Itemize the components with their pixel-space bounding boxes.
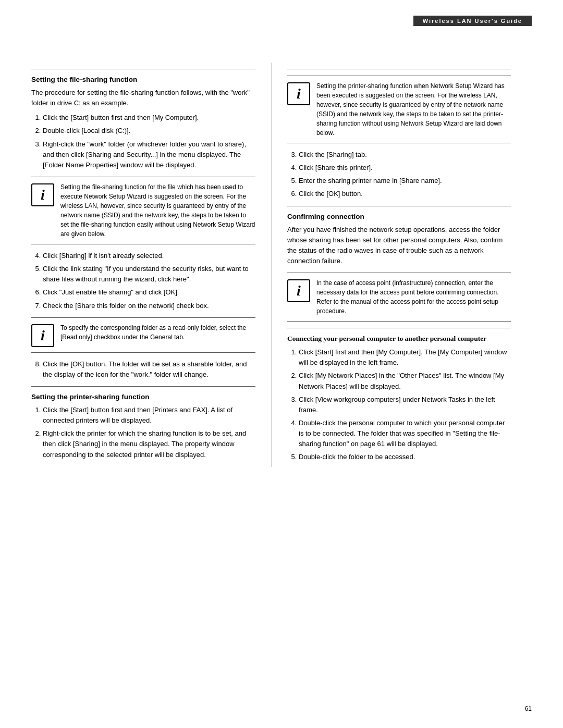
list-item: Click the [Sharing] tab. [299, 150, 511, 160]
list-item: Right-click the printer for which the sh… [43, 428, 255, 460]
list-item: Double-click the personal computer to wh… [299, 418, 511, 449]
connecting-steps: Click [Start] first and then [My Compute… [287, 347, 511, 462]
list-item: Click [Start] first and then [My Compute… [299, 347, 511, 368]
list-item: Click the [OK] button. The folder will b… [43, 359, 255, 380]
right-column: i Setting the printer-sharing function w… [271, 63, 511, 467]
list-item: Click [View workgroup computers] under N… [299, 394, 511, 415]
info-icon-4: i [287, 279, 310, 302]
list-item: Click [Sharing] if it isn't already sele… [43, 251, 255, 261]
list-item: Click the [Start] button first and then … [43, 113, 255, 123]
list-item: Right-click the "work" folder (or whiche… [43, 139, 255, 170]
list-item: Click [My Network Places] in the "Other … [299, 371, 511, 391]
note-text-4: In the case of access point (infrastruct… [316, 278, 511, 316]
note-box-4: i In the case of access point (infrastru… [287, 273, 511, 322]
printer-steps-continued: Click the [Sharing] tab. Click [Share th… [287, 150, 511, 200]
printer-sharing-steps: Click the [Start] button first and then … [31, 405, 255, 460]
list-item: Check the [Share this folder on the netw… [43, 301, 255, 311]
list-item: Click [Share this printer]. [299, 163, 511, 173]
list-item: Click the link stating "If you understan… [43, 264, 255, 285]
list-item: Double-click [Local disk (C:)]. [43, 126, 255, 136]
note-text-3: Setting the printer-sharing function whe… [316, 81, 511, 138]
note-text-2: To specify the corresponding folder as a… [60, 323, 255, 342]
note-text-1: Setting the file-sharing function for th… [60, 182, 255, 239]
list-item: Enter the sharing printer name in [Share… [299, 176, 511, 186]
list-item: Click "Just enable file sharing" and cli… [43, 287, 255, 298]
section-heading-printer-sharing: Setting the printer-sharing function [31, 393, 255, 401]
file-sharing-intro: The procedure for setting the file-shari… [31, 88, 255, 108]
note-box-3: i Setting the printer-sharing function w… [287, 76, 511, 143]
file-sharing-steps-2: Click [Sharing] if it isn't already sele… [31, 251, 255, 311]
list-item: Click the [Start] button first and then … [43, 405, 255, 426]
page: Wireless LAN User's Guide Setting the fi… [0, 0, 563, 728]
info-icon: i [31, 183, 54, 206]
info-icon-3: i [287, 82, 310, 105]
file-sharing-steps-1: Click the [Start] button first and then … [31, 113, 255, 170]
page-header: Wireless LAN User's Guide [413, 16, 532, 26]
confirming-text: After you have finished the network setu… [287, 225, 511, 267]
section-heading-confirming: Confirming connection [287, 213, 511, 220]
section-heading-connecting: Connecting your personal computer to ano… [287, 335, 511, 343]
note-box-1: i Setting the file-sharing function for … [31, 177, 255, 244]
note-box-2: i To specify the corresponding folder as… [31, 317, 255, 353]
info-icon-2: i [31, 324, 54, 347]
header-title: Wireless LAN User's Guide [423, 18, 522, 24]
list-item: Double-click the folder to be accessed. [299, 452, 511, 462]
section-heading-file-sharing: Setting the file-sharing function [31, 76, 255, 83]
left-column: Setting the file-sharing function The pr… [31, 63, 271, 467]
list-item: Click the [OK] button. [299, 189, 511, 199]
file-sharing-steps-3: Click the [OK] button. The folder will b… [31, 359, 255, 380]
page-number: 61 [525, 705, 532, 712]
